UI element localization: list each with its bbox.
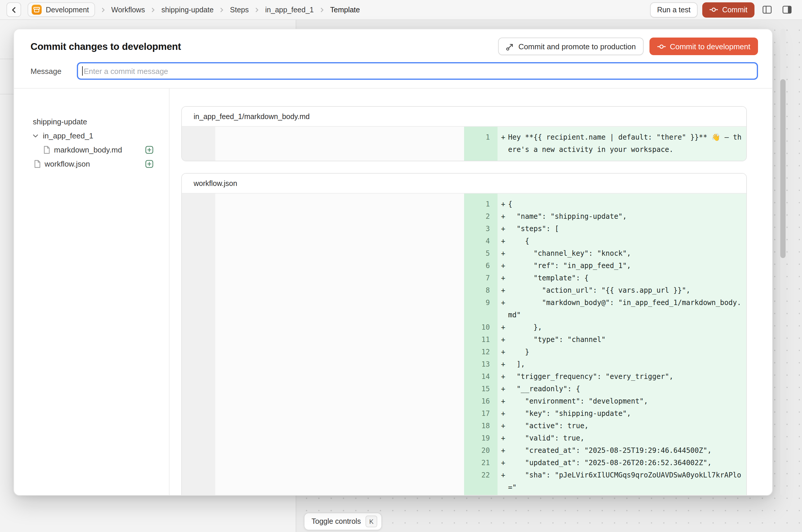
toggle-left-panel-button[interactable]	[759, 2, 775, 17]
diff-line-text: "valid": true,	[508, 432, 746, 444]
top-bar-actions: Run a test Commit	[650, 2, 795, 17]
diff-line-number: 4	[464, 235, 498, 248]
diff-line-text: "markdown_body@": "in_app_feed_1/markdow…	[508, 297, 746, 321]
diff-line-text: }	[508, 346, 746, 358]
diff-line-number: 1	[464, 198, 498, 211]
diff-line-text: "steps": [	[508, 223, 746, 235]
diff-body: 1+Hey **{{ recipient.name | default: "th…	[182, 127, 746, 161]
commit-to-development-button[interactable]: Commit to development	[649, 38, 758, 55]
tree-item-label: in_app_feed_1	[43, 131, 93, 140]
diff-line: 20+ "created_at": "2025-08-25T19:29:46.6…	[182, 444, 746, 457]
diff-line-text: }	[508, 494, 746, 495]
breadcrumb-steps[interactable]: Steps	[230, 5, 249, 14]
added-file-icon	[145, 145, 154, 154]
diff-line: 8+ "action_url": "{{ vars.app_url }}",	[182, 284, 746, 297]
diff-line: 23+ }	[182, 494, 746, 495]
tree-item-folder[interactable]: in_app_feed_1	[14, 129, 169, 142]
diff-line-number: 20	[464, 444, 498, 457]
scrollbar-thumb[interactable]	[780, 79, 786, 258]
file-icon	[33, 159, 41, 168]
diff-line: 9+ "markdown_body@": "in_app_feed_1/mark…	[182, 297, 746, 321]
commit-message-field	[77, 62, 758, 80]
diff-line: 16+ "environment": "development",	[182, 395, 746, 407]
chevron-right-icon	[219, 7, 225, 13]
chevron-right-icon	[319, 7, 325, 13]
breadcrumb-workflows[interactable]: Workflows	[111, 5, 145, 14]
diff-line: 4+ {	[182, 235, 746, 248]
diff-line-text: },	[508, 321, 746, 334]
diff-line: 10+ },	[182, 321, 746, 334]
diff-line-number: 14	[464, 371, 498, 383]
diff-added-sign: +	[498, 407, 508, 420]
dialog-header: Commit changes to development Commit and…	[14, 29, 772, 89]
diff-added-sign: +	[498, 131, 508, 156]
dialog-actions: Commit and promote to production Commit …	[498, 38, 758, 55]
diff-line-text: "updated_at": "2025-08-26T20:26:52.36400…	[508, 457, 746, 469]
diff-line-number: 22	[464, 469, 498, 494]
diff-added-sign: +	[498, 235, 508, 248]
commit-label: Commit	[722, 5, 747, 14]
diff-line: 1+{	[182, 198, 746, 211]
tree-item-workflow-root[interactable]: shipping-update	[14, 114, 169, 129]
commit-changes-dialog: Commit changes to development Commit and…	[14, 29, 773, 496]
diff-line: 3+ "steps": [	[182, 223, 746, 235]
top-bar: Development Workflows shipping-update St…	[0, 0, 802, 20]
commit-message-input[interactable]	[77, 62, 758, 80]
tree-item-file-markdown-body[interactable]: markdown_body.md	[14, 142, 169, 157]
run-a-test-button[interactable]: Run a test	[650, 2, 697, 17]
diff-line-text: "type": "channel"	[508, 334, 746, 346]
diff-added-sign: +	[498, 457, 508, 469]
chevron-right-icon	[100, 7, 106, 13]
breadcrumb: Development Workflows shipping-update St…	[27, 2, 360, 17]
diff-line-number: 8	[464, 284, 498, 297]
dialog-title: Commit changes to development	[31, 41, 181, 52]
diff-line-number: 2	[464, 211, 498, 223]
breadcrumb-step[interactable]: in_app_feed_1	[265, 5, 314, 14]
diff-line: 11+ "type": "channel"	[182, 334, 746, 346]
diff-line-number: 18	[464, 420, 498, 432]
diff-line-text: "template": {	[508, 272, 746, 284]
back-button[interactable]	[6, 2, 21, 17]
keyboard-shortcut-badge: K	[366, 516, 377, 527]
diff-line-text: "action_url": "{{ vars.app_url }}",	[508, 284, 746, 297]
panel-left-icon	[762, 5, 772, 15]
tree-item-label: markdown_body.md	[54, 145, 122, 154]
knock-workflow-editor: Development Workflows shipping-update St…	[0, 0, 802, 532]
environment-selector[interactable]: Development	[27, 2, 95, 17]
diff-line-number: 17	[464, 407, 498, 420]
diff-body: 1+{2+ "name": "shipping-update",3+ "step…	[182, 193, 746, 495]
diff-added-sign: +	[498, 260, 508, 272]
diff-added-sign: +	[498, 198, 508, 211]
dialog-body: shipping-update in_app_feed_1 markdown_b…	[14, 89, 772, 495]
promote-icon	[505, 42, 514, 51]
diff-line: 7+ "template": {	[182, 272, 746, 284]
diff-added-sign: +	[498, 383, 508, 395]
breadcrumb-environment: Development	[46, 5, 89, 14]
diff-line: 13+ ],	[182, 358, 746, 371]
diff-line-text: Hey **{{ recipient.name | default: "ther…	[508, 131, 746, 156]
commit-button[interactable]: Commit	[702, 2, 754, 17]
breadcrumb-template[interactable]: Template	[330, 5, 360, 14]
breadcrumb-workflow-key[interactable]: shipping-update	[161, 5, 213, 14]
diff-added-sign: +	[498, 395, 508, 407]
diff-line-number: 7	[464, 272, 498, 284]
diff-line-number: 6	[464, 260, 498, 272]
diff-added-sign: +	[498, 371, 508, 383]
toggle-right-panel-button[interactable]	[779, 2, 795, 17]
diff-line-text: "created_at": "2025-08-25T19:29:46.64450…	[508, 444, 746, 457]
diff-added-sign: +	[498, 297, 508, 321]
diff-added-sign: +	[498, 211, 508, 223]
diff-line-number: 12	[464, 346, 498, 358]
tree-item-file-workflow-json[interactable]: workflow.json	[14, 157, 169, 171]
diff-line-number: 13	[464, 358, 498, 371]
toggle-controls-button[interactable]: Toggle controls K	[304, 513, 382, 530]
diff-added-sign: +	[498, 494, 508, 495]
diff-line-number: 9	[464, 297, 498, 321]
commit-and-promote-button[interactable]: Commit and promote to production	[498, 38, 643, 55]
chevron-right-icon	[150, 7, 156, 13]
diff-list: in_app_feed_1/markdown_body.md 1+Hey **{…	[170, 89, 772, 495]
diff-line-text: "__readonly": {	[508, 383, 746, 395]
diff-line-number: 10	[464, 321, 498, 334]
diff-line: 21+ "updated_at": "2025-08-26T20:26:52.3…	[182, 457, 746, 469]
diff-added-sign: +	[498, 284, 508, 297]
